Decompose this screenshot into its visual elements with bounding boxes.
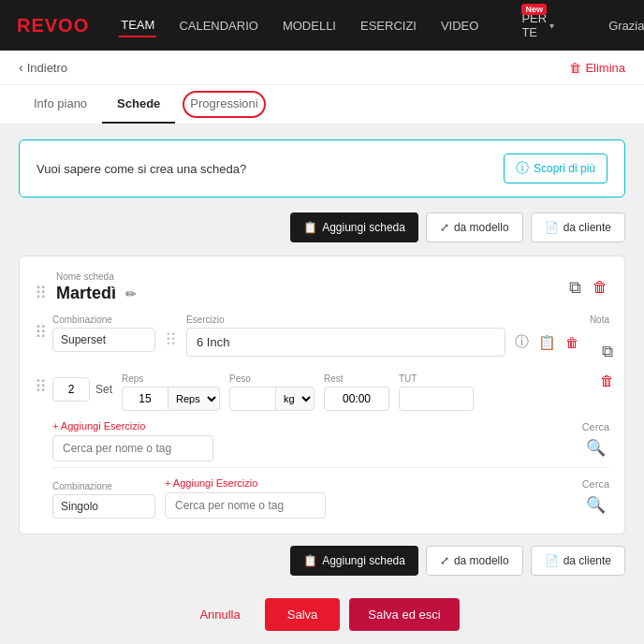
card-header: ⠿ Nome scheda Martedì ✏ ⧉ 🗑 <box>35 271 609 303</box>
combinazione-select[interactable]: Superset <box>52 328 155 352</box>
combinazione2-group: Combinazione Singolo <box>52 481 155 519</box>
trash-row-icon: 🗑 <box>600 373 614 388</box>
nav-team[interactable]: TEAM <box>119 14 156 37</box>
reps-unit-select[interactable]: Reps <box>168 387 220 411</box>
reps-input[interactable] <box>122 387 168 411</box>
cerca-label: Cerca <box>582 421 609 432</box>
da-cliente-button-top[interactable]: 📄 da cliente <box>531 212 625 242</box>
exercise-content: Combinazione Superset ⠿ Esercizio <box>52 315 609 519</box>
bottom-action-row: 📋 Aggiungi scheda ⤢ da modello 📄 da clie… <box>19 546 625 576</box>
nav-perte[interactable]: New PER TE ▾ <box>521 11 554 39</box>
aggiungi-scheda-button-top[interactable]: 📋 Aggiungi scheda <box>290 212 418 242</box>
nav-esercizi[interactable]: ESERCIZI <box>359 15 418 37</box>
da-cliente-button-bottom[interactable]: 📄 da cliente <box>531 546 625 576</box>
esercizio-reorder-handle[interactable]: ⠿ <box>165 331 177 348</box>
peso-input[interactable] <box>229 387 276 411</box>
info-circle-icon: ⓘ <box>516 160 529 177</box>
peso-label: Peso <box>229 373 315 384</box>
nav-badge: New <box>521 4 547 15</box>
salva-button[interactable]: Salva <box>265 598 341 631</box>
reps-label: Reps <box>122 373 220 384</box>
rest-group: Rest <box>324 373 389 411</box>
reps-input-wrap: Reps <box>122 387 220 411</box>
exercise-drag-handle[interactable]: ⠿ <box>35 324 47 341</box>
nota-label: Nota <box>590 315 609 325</box>
cerca2-button[interactable]: 🔍 <box>584 493 607 517</box>
tabs-bar: Info piano Schede Progressioni <box>0 85 644 124</box>
info-banner-text: Vuoi sapere come si crea una scheda? <box>37 162 246 176</box>
tab-info-piano[interactable]: Info piano <box>19 85 102 124</box>
note-icon: 📋 <box>538 334 556 350</box>
cerca-input[interactable] <box>52 435 213 461</box>
scopri-piu-button[interactable]: ⓘ Scopri di più <box>504 154 607 183</box>
da-modello-button-top[interactable]: ⤢ da modello <box>426 212 523 242</box>
cerca-section: Cerca 🔍 <box>582 421 609 461</box>
exercise-block: ⠿ ⠿ Combinazione Superset ⠿ <box>35 315 609 519</box>
tab-schede[interactable]: Schede <box>102 85 175 124</box>
template-icon: ⤢ <box>440 221 449 234</box>
esercizio-info-button[interactable]: ⓘ <box>513 331 531 353</box>
set-label: Set <box>95 383 112 396</box>
nav-modelli[interactable]: MODELLI <box>281 15 338 37</box>
nav-user[interactable]: Grazia ▾ <box>608 19 644 33</box>
esercizio-delete-button[interactable]: 🗑 <box>564 333 580 352</box>
aggiungi-scheda-button-bottom[interactable]: 📋 Aggiungi scheda <box>290 546 418 576</box>
esercizio-trash-icon: 🗑 <box>565 335 578 350</box>
duplicate-row-button[interactable]: ⧉ <box>598 341 616 363</box>
row-icon-col: ⧉ 🗑 <box>598 341 616 390</box>
annulla-button[interactable]: Annulla <box>184 600 255 629</box>
search-icon: 🔍 <box>586 439 606 457</box>
nav-video[interactable]: VIDEO <box>439 15 480 37</box>
da-modello-button-bottom[interactable]: ⤢ da modello <box>426 546 523 576</box>
esercizio-group: Esercizio ⓘ 📋 🗑 <box>186 315 580 364</box>
set-group: Set <box>52 373 112 402</box>
esercizio-note-button[interactable]: 📋 <box>536 332 558 353</box>
template-bottom-icon: ⤢ <box>440 554 449 567</box>
delete-card-button[interactable]: 🗑 <box>591 277 609 298</box>
peso-unit-select[interactable]: kg <box>276 387 315 411</box>
peso-group: Peso kg <box>229 373 315 411</box>
salva-ed-esci-button[interactable]: Salva ed esci <box>349 598 459 631</box>
combinazione2-select[interactable]: Singolo <box>52 494 155 519</box>
tab-progressioni[interactable]: Progressioni <box>175 85 272 124</box>
aggiungi-cerca-row: + Aggiungi Esercizio Cerca 🔍 <box>52 420 609 461</box>
card-drag-handle[interactable]: ⠿ <box>35 285 47 301</box>
esercizio-icons: ⓘ 📋 🗑 <box>513 331 580 353</box>
set-input[interactable] <box>52 377 90 402</box>
scheda-card: ⠿ Nome scheda Martedì ✏ ⧉ 🗑 <box>19 256 625 534</box>
info-banner: Vuoi sapere come si crea una scheda? ⓘ S… <box>19 139 625 198</box>
esercizio-row: ⓘ 📋 🗑 <box>186 328 580 357</box>
exercise-drag-col: ⠿ ⠿ <box>35 315 47 395</box>
edit-title-button[interactable]: ✏ <box>124 285 139 303</box>
aggiungi-esercizio2-label[interactable]: + Aggiungi Esercizio <box>165 477 573 489</box>
combinazione-label: Combinazione <box>52 315 155 325</box>
cerca2-input[interactable] <box>165 492 326 519</box>
cerca-button[interactable]: 🔍 <box>584 436 607 460</box>
aggiungi2-section: + Aggiungi Esercizio <box>165 477 573 519</box>
rest-label: Rest <box>324 373 389 384</box>
rest-input[interactable] <box>324 387 389 411</box>
duplicate-card-button[interactable]: ⧉ <box>567 276 583 300</box>
navbar: REVOO TEAM CALENDARIO MODELLI ESERCIZI V… <box>0 0 644 51</box>
exercise-main-row: Combinazione Superset ⠿ Esercizio <box>52 315 609 364</box>
copy-row-icon: ⧉ <box>602 343 613 360</box>
tut-label: TUT <box>399 373 474 384</box>
delete-row-button[interactable]: 🗑 <box>598 371 616 390</box>
footer-buttons: Annulla Salva Salva ed esci <box>19 589 625 644</box>
trash-card-icon: 🗑 <box>593 279 607 295</box>
perte-chevron-icon: ▾ <box>549 21 554 31</box>
aggiungi-esercizio-label[interactable]: + Aggiungi Esercizio <box>52 420 575 432</box>
back-chevron-icon: ‹ <box>19 60 23 75</box>
trash-icon: 🗑 <box>569 61 581 75</box>
peso-input-wrap: kg <box>229 387 315 411</box>
tut-input[interactable] <box>399 387 474 411</box>
back-button[interactable]: ‹ Indietro <box>19 60 67 75</box>
exercise-drag-handle-2[interactable]: ⠿ <box>35 378 47 395</box>
delete-button[interactable]: 🗑 Elimina <box>569 61 625 75</box>
card-title-block: Nome scheda Martedì ✏ <box>56 271 139 303</box>
esercizio-input[interactable] <box>186 328 505 357</box>
nav-calendario[interactable]: CALENDARIO <box>177 15 260 37</box>
copy-card-icon: ⧉ <box>569 278 581 297</box>
info-icon: ⓘ <box>515 333 529 349</box>
set-metrics-row: Set Reps Reps Peso <box>52 373 609 411</box>
